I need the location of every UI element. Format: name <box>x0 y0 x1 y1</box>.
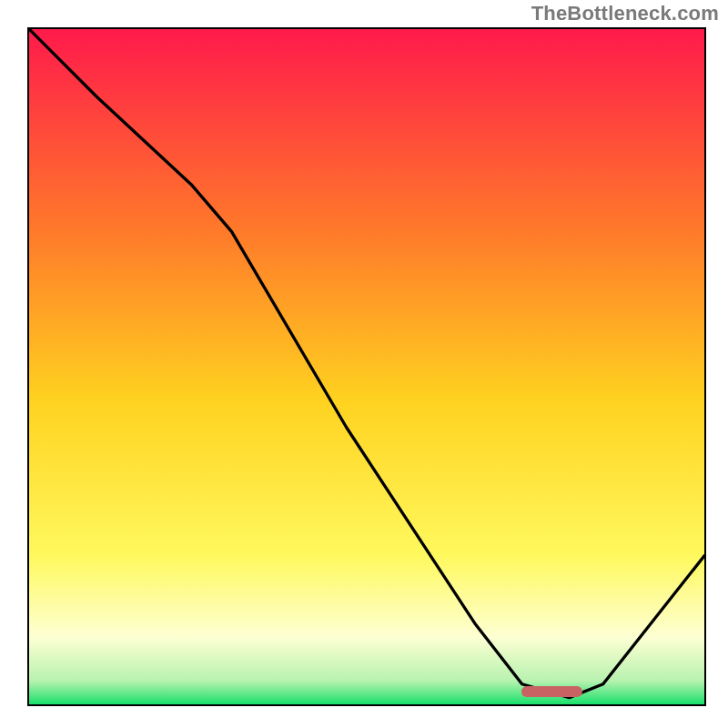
chart-frame: TheBottleneck.com <box>0 0 728 728</box>
ideal-range-marker <box>521 686 582 697</box>
bottleneck-curve <box>29 29 704 704</box>
plot-area <box>27 27 706 706</box>
watermark-text: TheBottleneck.com <box>531 2 719 25</box>
